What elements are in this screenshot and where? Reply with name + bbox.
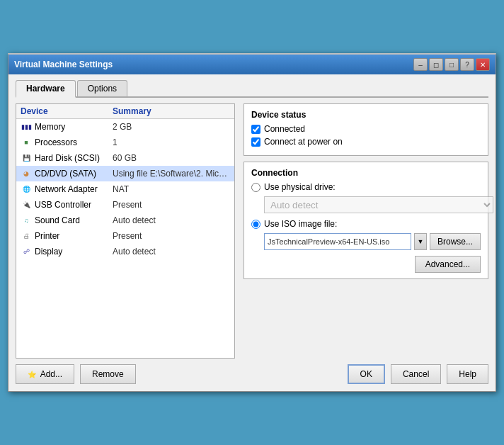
- device-summary: Auto detect: [113, 215, 230, 225]
- maximize-button[interactable]: □: [445, 58, 459, 71]
- usb-icon: 🔌: [21, 199, 32, 210]
- help-button[interactable]: Help: [447, 364, 488, 384]
- device-summary: Using file E:\Software\2. Microsof...: [113, 169, 230, 179]
- iso-file-radio[interactable]: [251, 220, 260, 229]
- display-icon: ☍: [21, 246, 32, 257]
- bottom-left-buttons: ⭐ Add... Remove: [16, 364, 136, 384]
- cancel-button[interactable]: Cancel: [391, 364, 441, 384]
- virtual-machine-settings-window: Virtual Machine Settings – ◻ □ ? ✕ Hardw…: [8, 53, 496, 392]
- device-summary: 1: [113, 137, 230, 147]
- ok-button[interactable]: OK: [348, 364, 385, 384]
- tab-options[interactable]: Options: [77, 80, 127, 96]
- column-device: Device: [21, 106, 113, 116]
- hardware-list: Device Summary ▮▮▮ Memory 2 GB ■ Process…: [16, 103, 235, 359]
- add-icon: ⭐: [28, 371, 36, 378]
- device-name: CD/DVD (SATA): [35, 169, 113, 179]
- device-summary: Auto detect: [113, 247, 230, 257]
- list-item[interactable]: 🖨 Printer Present: [16, 228, 234, 244]
- device-status-section: Device status Connected Connect at power…: [244, 103, 488, 156]
- close-button[interactable]: ✕: [476, 58, 490, 71]
- network-icon: 🌐: [21, 184, 32, 195]
- physical-drive-label: Use physical drive:: [264, 182, 336, 192]
- bottom-buttons: ⭐ Add... Remove OK Cancel Help: [16, 364, 488, 384]
- help-button[interactable]: ?: [460, 58, 474, 71]
- harddisk-icon: 💾: [21, 152, 32, 164]
- list-item-cdvd[interactable]: ◕ CD/DVD (SATA) Using file E:\Software\2…: [16, 166, 234, 181]
- physical-drive-row: Use physical drive:: [251, 182, 481, 192]
- iso-file-input[interactable]: [264, 233, 411, 250]
- iso-input-row: ▼ Browse...: [264, 233, 481, 250]
- connected-label: Connected: [264, 124, 305, 134]
- iso-file-label: Use ISO image file:: [264, 219, 337, 229]
- cdvd-icon: ◕: [21, 168, 32, 179]
- list-item[interactable]: 💾 Hard Disk (SCSI) 60 GB: [16, 150, 234, 166]
- processors-icon: ■: [21, 137, 32, 148]
- connect-power-label: Connect at power on: [264, 137, 343, 147]
- iso-file-row: Use ISO image file:: [251, 219, 481, 229]
- advanced-row: Advanced...: [251, 256, 481, 273]
- device-name: Memory: [35, 122, 113, 132]
- device-name: Network Adapter: [35, 184, 113, 194]
- connect-power-checkbox[interactable]: [251, 137, 260, 147]
- device-summary: NAT: [113, 184, 230, 194]
- sound-icon: ♫: [21, 215, 32, 226]
- device-name: Hard Disk (SCSI): [35, 153, 113, 163]
- device-name: Processors: [35, 137, 113, 147]
- device-name: Sound Card: [35, 215, 113, 225]
- list-item[interactable]: ♫ Sound Card Auto detect: [16, 213, 234, 228]
- connected-checkbox[interactable]: [251, 125, 260, 134]
- tab-hardware[interactable]: Hardware: [16, 80, 76, 98]
- add-label: Add...: [40, 369, 62, 379]
- device-summary: Present: [113, 231, 230, 241]
- advanced-button[interactable]: Advanced...: [415, 256, 481, 273]
- list-item[interactable]: ▮▮▮ Memory 2 GB: [16, 119, 234, 135]
- device-summary: 60 GB: [113, 153, 230, 163]
- connection-title: Connection: [251, 168, 481, 178]
- window-body: Hardware Options Device Summary ▮▮▮ Memo…: [8, 74, 496, 391]
- bottom-right-buttons: OK Cancel Help: [348, 364, 488, 384]
- list-item[interactable]: 🔌 USB Controller Present: [16, 197, 234, 213]
- column-summary: Summary: [113, 106, 230, 116]
- browse-button[interactable]: Browse...: [430, 233, 481, 250]
- remove-button[interactable]: Remove: [80, 364, 136, 384]
- iso-dropdown-button[interactable]: ▼: [414, 233, 427, 250]
- printer-icon: 🖨: [21, 230, 32, 242]
- device-summary: Present: [113, 200, 230, 210]
- list-item[interactable]: ☍ Display Auto detect: [16, 244, 234, 259]
- connect-power-row: Connect at power on: [251, 137, 481, 147]
- content-area: Device Summary ▮▮▮ Memory 2 GB ■ Process…: [16, 103, 488, 359]
- connected-row: Connected: [251, 124, 481, 134]
- minimize-button[interactable]: –: [413, 58, 428, 71]
- add-button[interactable]: ⭐ Add...: [16, 364, 74, 384]
- device-summary: 2 GB: [113, 122, 230, 132]
- title-bar: Virtual Machine Settings – ◻ □ ? ✕: [8, 55, 496, 74]
- connection-section: Connection Use physical drive: Auto dete…: [244, 162, 488, 279]
- restore-button[interactable]: ◻: [429, 58, 443, 71]
- title-buttons: – ◻ □ ? ✕: [413, 58, 490, 71]
- list-item[interactable]: 🌐 Network Adapter NAT: [16, 181, 234, 197]
- physical-drive-radio[interactable]: [251, 183, 260, 192]
- device-name: Display: [35, 247, 113, 257]
- tabs-container: Hardware Options: [16, 80, 488, 98]
- list-header: Device Summary: [16, 104, 234, 119]
- memory-icon: ▮▮▮: [21, 121, 32, 133]
- window-title: Virtual Machine Settings: [14, 60, 113, 69]
- right-panel: Device status Connected Connect at power…: [244, 103, 488, 359]
- list-item[interactable]: ■ Processors 1: [16, 135, 234, 150]
- physical-drive-select[interactable]: Auto detect: [264, 196, 493, 213]
- device-name: USB Controller: [35, 200, 113, 210]
- device-name: Printer: [35, 231, 113, 241]
- device-status-title: Device status: [251, 110, 481, 120]
